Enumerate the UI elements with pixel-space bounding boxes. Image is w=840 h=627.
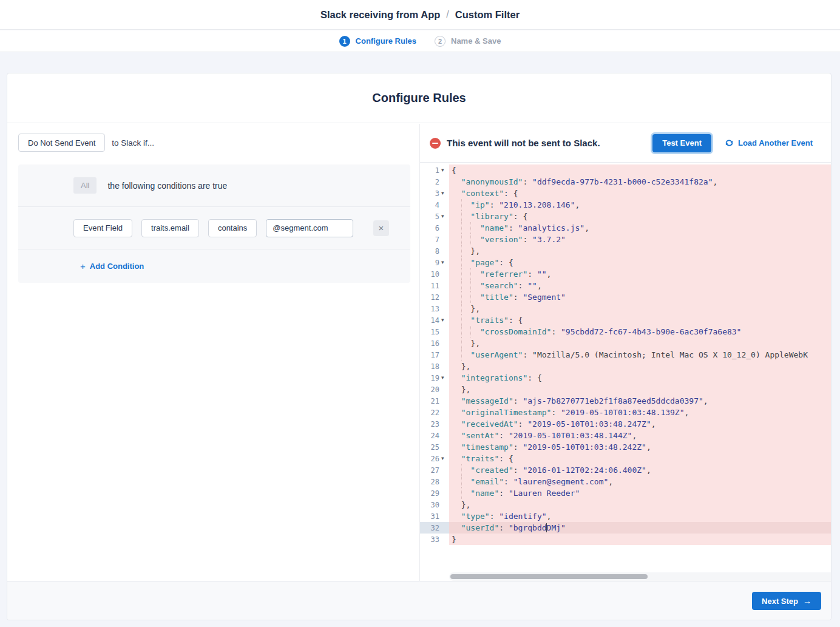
line-number: 19 — [420, 374, 441, 382]
indent-guide — [461, 280, 462, 291]
condition-operator-button[interactable]: contains — [208, 219, 257, 237]
line-number: 9 — [420, 259, 441, 267]
do-not-send-event-button[interactable]: Do Not Send Event — [18, 134, 105, 152]
code-line[interactable]: "library": { — [449, 211, 831, 222]
gutter-line: 12 — [420, 291, 449, 303]
next-step-label: Next Step — [762, 597, 798, 606]
card-footer: Next Step → — [7, 581, 831, 620]
close-icon: × — [379, 223, 384, 233]
configure-rules-card: Configure Rules Do Not Send Event to Sla… — [7, 73, 832, 620]
code-line[interactable]: }, — [449, 384, 831, 395]
indent-guide — [470, 222, 471, 234]
code-line[interactable]: "ip": "210.13.208.146", — [449, 199, 831, 211]
code-line[interactable]: "created": "2016-01-12T02:24:06.400Z", — [449, 464, 831, 476]
add-condition-row: + Add Condition — [18, 249, 410, 283]
indent-guide — [461, 211, 462, 222]
step-2-label: Name & Save — [451, 36, 501, 46]
test-event-button[interactable]: Test Event — [652, 134, 711, 152]
code-line[interactable]: }, — [449, 337, 831, 349]
line-number: 33 — [420, 535, 441, 544]
code-line[interactable]: "search": "", — [449, 280, 831, 291]
line-number: 30 — [420, 501, 441, 509]
code-line[interactable]: } — [449, 534, 831, 545]
code-line[interactable]: "context": { — [449, 188, 831, 199]
gutter-line: 28 — [420, 476, 449, 487]
json-editor[interactable]: 1▾23▾45▾6789▾1011121314▾1516171819▾20212… — [420, 163, 831, 581]
gutter-line: 30 — [420, 499, 449, 510]
code-line[interactable]: "originalTimestamp": "2019-05-10T01:03:4… — [449, 407, 831, 418]
code-line[interactable]: "traits": { — [449, 314, 831, 326]
editor-code: { "anonymousId": "ddf9ecda-977b-4231-b00… — [449, 163, 831, 581]
fold-arrow-icon[interactable]: ▾ — [441, 372, 449, 384]
indent-guide — [461, 464, 462, 476]
code-line[interactable]: }, — [449, 361, 831, 372]
gutter-line: 20 — [420, 384, 449, 395]
code-line[interactable]: "type": "identify", — [449, 510, 831, 522]
fold-arrow-icon[interactable]: ▾ — [441, 453, 449, 464]
code-line[interactable]: "receivedAt": "2019-05-10T01:03:48.247Z"… — [449, 418, 831, 430]
remove-condition-button[interactable]: × — [373, 220, 389, 236]
breadcrumb-secondary: Custom Filter — [455, 9, 520, 21]
code-line[interactable]: { — [449, 164, 831, 176]
code-line[interactable]: "messageId": "ajs-7b8270771eb2f1f8a87eed… — [449, 395, 831, 407]
code-line[interactable]: "userId": "bgrqbddDMj" — [449, 522, 831, 534]
fold-arrow-icon[interactable]: ▾ — [441, 188, 449, 199]
arrow-right-icon: → — [803, 596, 811, 606]
operator-all-badge[interactable]: All — [73, 177, 97, 194]
indent-guide — [461, 349, 462, 361]
fold-arrow-icon[interactable]: ▾ — [441, 164, 449, 176]
gutter-line: 33 — [420, 534, 449, 545]
condition-field-button[interactable]: traits.email — [141, 219, 199, 237]
code-line[interactable]: "page": { — [449, 257, 831, 268]
gutter-line: 11 — [420, 280, 449, 291]
code-line[interactable]: "integrations": { — [449, 372, 831, 384]
condition-value-input[interactable] — [266, 219, 353, 237]
gutter-line: 27 — [420, 464, 449, 476]
line-number: 1 — [420, 166, 441, 175]
gutter-line: 13 — [420, 303, 449, 314]
line-number: 3 — [420, 189, 441, 198]
fold-arrow-icon[interactable]: ▾ — [441, 211, 449, 222]
code-line[interactable]: "traits": { — [449, 453, 831, 464]
gutter-line: 16 — [420, 337, 449, 349]
code-line[interactable]: }, — [449, 245, 831, 257]
indent-guide — [461, 199, 462, 211]
code-line[interactable]: "email": "lauren@segment.com", — [449, 476, 831, 487]
indent-guide — [470, 268, 471, 280]
condition-type-button[interactable]: Event Field — [73, 219, 132, 237]
code-line[interactable]: "timestamp": "2019-05-10T01:03:48.242Z", — [449, 441, 831, 453]
code-line[interactable]: "crossDomainId": "95cbdd72-fc67-4b43-b90… — [449, 326, 831, 337]
gutter-line: 4 — [420, 199, 449, 211]
gutter-line: 23 — [420, 418, 449, 430]
gutter-line: 2 — [420, 176, 449, 188]
code-line[interactable]: "userAgent": "Mozilla/5.0 (Macintosh; In… — [449, 349, 831, 361]
code-line[interactable]: "version": "3.7.2" — [449, 234, 831, 245]
code-line[interactable]: "name": "analytics.js", — [449, 222, 831, 234]
code-line[interactable]: "title": "Segment" — [449, 291, 831, 303]
code-line[interactable]: "referrer": "", — [449, 268, 831, 280]
horizontal-scrollbar-thumb[interactable] — [450, 574, 648, 579]
indent-guide — [461, 303, 462, 314]
breadcrumb-separator: / — [446, 9, 449, 20]
line-number: 18 — [420, 362, 441, 371]
step-name-and-save[interactable]: 2 Name & Save — [435, 36, 501, 47]
code-line[interactable]: }, — [449, 303, 831, 314]
next-step-button[interactable]: Next Step → — [752, 592, 821, 610]
group-operator-label: the following conditions are true — [107, 181, 227, 191]
line-number: 12 — [420, 293, 441, 302]
step-configure-rules[interactable]: 1 Configure Rules — [339, 36, 416, 47]
code-line[interactable]: "name": "Lauren Reeder" — [449, 487, 831, 499]
gutter-line: 31 — [420, 510, 449, 522]
code-line[interactable]: }, — [449, 499, 831, 510]
gutter-line: 3▾ — [420, 188, 449, 199]
code-line[interactable]: "sentAt": "2019-05-10T01:03:48.144Z", — [449, 430, 831, 441]
add-condition-button[interactable]: + Add Condition — [80, 261, 144, 271]
indent-guide — [470, 234, 471, 245]
fold-arrow-icon[interactable]: ▾ — [441, 257, 449, 268]
preview-status-text: This event will not be sent to Slack. — [447, 138, 600, 148]
code-line[interactable]: "anonymousId": "ddf9ecda-977b-4231-b000-… — [449, 176, 831, 188]
load-another-event-button[interactable]: Load Another Event — [725, 138, 813, 147]
line-number: 24 — [420, 432, 441, 440]
fold-arrow-icon[interactable]: ▾ — [441, 314, 449, 326]
line-number: 13 — [420, 305, 441, 313]
